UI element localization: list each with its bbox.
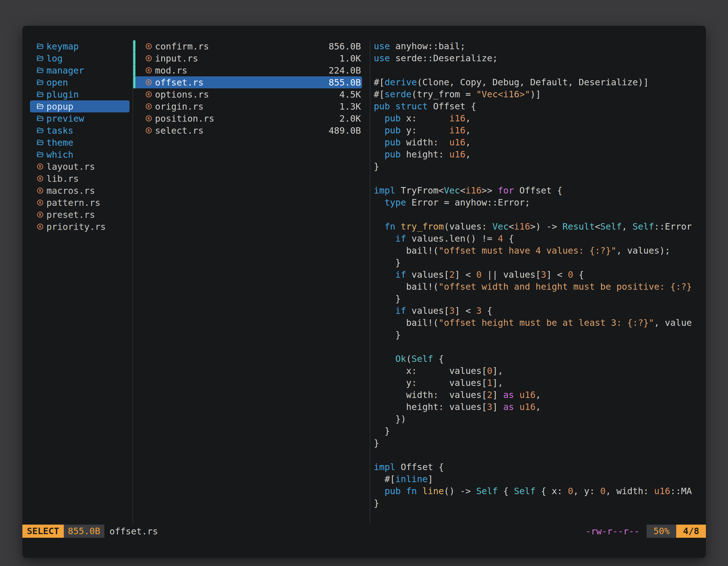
code-line: } [374,497,706,509]
code-line: fn try_from(values: Vec<i16>) -> Result<… [374,221,706,233]
rust-file-icon: R [36,223,44,231]
file-name: mod.rs [155,65,325,76]
sidebar-item-tasks[interactable]: tasks [30,125,130,137]
code-line: #[inline] [374,473,706,485]
file-row-confirm-rs[interactable]: Rconfirm.rs856.0B [134,40,362,52]
sidebar-item-label: which [46,149,73,160]
sidebar-item-lib-rs[interactable]: Rlib.rs [30,173,130,185]
sidebar-item-preview[interactable]: preview [30,112,130,125]
sidebar-item-plugin[interactable]: plugin [30,88,130,100]
selection-marker-bar [133,64,135,76]
file-row-offset-rs[interactable]: Roffset.rs855.0B [134,76,362,88]
file-size: 224.0B [328,65,361,76]
rust-file-icon: R [145,67,152,74]
code-line: width: values[2] as u16, [374,389,706,401]
selection-marker-bar [133,52,135,64]
file-row-input-rs[interactable]: Rinput.rs1.0K [134,52,362,64]
code-line [374,173,706,185]
code-line: pub y: i16, [374,125,706,137]
terminal-window: keymaplogmanageropenpluginpopuppreviewta… [22,26,706,558]
rust-file-icon: R [145,43,152,50]
preview-pane[interactable]: use anyhow::bail;use serde::Deserialize;… [370,40,706,525]
rust-file-icon: R [36,211,44,219]
folder-icon [36,115,44,122]
parent-directory-pane[interactable]: keymaplogmanageropenpluginpopuppreviewta… [22,40,132,525]
sidebar-item-keymap[interactable]: keymap [30,40,130,52]
sidebar-item-priority-rs[interactable]: Rpriority.rs [30,221,130,233]
code-line: #[serde(try_from = "Vec<i16>")] [374,88,706,100]
sidebar-item-open[interactable]: open [30,76,130,88]
rust-file-icon: R [145,127,152,134]
svg-text:R: R [39,225,41,229]
code-line: if values[2] < 0 || values[3] < 0 { [374,269,706,281]
sidebar-item-label: preset.rs [46,210,95,220]
svg-text:R: R [148,57,150,60]
code-line: pub fn line() -> Self { Self { x: 0, y: … [374,485,706,497]
code-line: pub x: i16, [374,112,706,125]
code-line: } [374,437,706,449]
code-lines: use anyhow::bail;use serde::Deserialize;… [370,40,706,509]
sidebar-item-label: keymap [46,41,79,52]
file-row-options-rs[interactable]: Roptions.rs4.5K [134,88,362,100]
rust-file-icon: R [145,91,152,98]
rust-file-icon: R [36,199,44,206]
svg-text:R: R [148,69,150,72]
svg-text:R: R [39,189,41,193]
rust-file-icon: R [145,115,152,122]
code-line: pub height: u16, [374,149,706,161]
sidebar-item-manager[interactable]: manager [30,64,130,76]
sidebar-item-log[interactable]: log [30,52,130,64]
sidebar-item-theme[interactable]: theme [30,137,130,149]
sidebar-item-label: layout.rs [46,161,95,172]
folder-icon [36,67,44,74]
sidebar-item-label: log [46,53,63,64]
svg-text:R: R [39,177,41,181]
sidebar-item-which[interactable]: which [30,149,130,161]
code-line: } [374,425,706,437]
code-line [374,64,706,76]
code-line: type Error = anyhow::Error; [374,197,706,209]
svg-text:R: R [148,129,150,133]
sidebar-item-pattern-rs[interactable]: Rpattern.rs [30,197,130,209]
sidebar-item-layout-rs[interactable]: Rlayout.rs [30,161,130,173]
sidebar-item-label: pattern.rs [46,198,100,208]
svg-text:R: R [39,165,41,169]
code-line: if values.len() != 4 { [374,233,706,245]
rust-file-icon: R [36,187,44,194]
code-line: y: values[1], [374,377,706,389]
file-list: Rconfirm.rs856.0BRinput.rs1.0KRmod.rs224… [133,40,370,137]
file-size: 2.0K [339,113,361,124]
sidebar-item-label: macros.rs [46,186,95,196]
selection-marker-bar [133,40,135,52]
code-line: } [374,257,706,269]
folder-icon [36,55,44,62]
sidebar-item-label: manager [46,65,84,76]
current-directory-pane[interactable]: Rconfirm.rs856.0BRinput.rs1.0KRmod.rs224… [132,40,370,525]
folder-icon [36,151,44,158]
sidebar-item-preset-rs[interactable]: Rpreset.rs [30,209,130,221]
file-row-origin-rs[interactable]: Rorigin.rs1.3K [134,100,362,112]
sidebar-item-macros-rs[interactable]: Rmacros.rs [30,185,130,197]
code-line: } [374,161,706,173]
sidebar-item-label: plugin [46,89,79,100]
scroll-percent-badge: 50% [647,525,676,538]
code-line [374,209,706,221]
file-name: origin.rs [155,101,336,112]
sidebar-item-label: open [46,77,68,88]
code-line: use anyhow::bail; [374,40,706,52]
folder-icon [36,43,44,50]
file-row-position-rs[interactable]: Rposition.rs2.0K [134,112,362,125]
file-size: 1.0K [339,53,361,64]
rust-file-icon: R [145,103,152,110]
code-line [374,341,706,353]
sidebar-item-label: lib.rs [46,173,79,184]
file-row-mod-rs[interactable]: Rmod.rs224.0B [134,64,362,76]
sidebar-item-popup[interactable]: popup [30,100,130,112]
file-name: confirm.rs [155,41,325,52]
code-line: bail!("offset height must be at least 3:… [374,317,706,329]
cursor-position-badge: 4/8 [676,525,706,538]
file-size: 4.5K [339,89,361,100]
file-name: options.rs [155,89,336,100]
code-line [374,449,706,461]
file-row-select-rs[interactable]: Rselect.rs489.0B [134,125,362,137]
